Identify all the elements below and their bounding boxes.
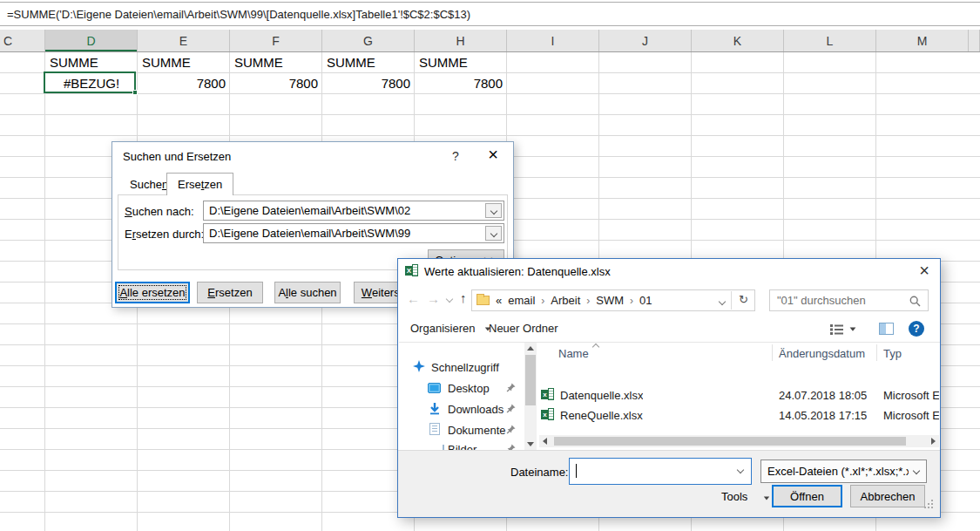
- find-dropdown-button[interactable]: [485, 203, 502, 218]
- breadcrumb-swm[interactable]: SWM: [596, 294, 624, 307]
- column-header-g[interactable]: G: [322, 30, 415, 51]
- close-icon[interactable]: ×: [919, 261, 929, 281]
- update-values-file-dialog: X Werte aktualisieren: Datenquelle.xlsx …: [397, 258, 941, 518]
- filetype-value: Excel-Dateien (*.xl*;*.xlsx;*.xlsm: [767, 465, 909, 478]
- formula-bar[interactable]: =SUMME('D:\Eigene Dateien\email\Arbeit\S…: [0, 2, 980, 26]
- view-list-icon[interactable]: [830, 323, 843, 335]
- search-box[interactable]: "01" durchsuchen: [769, 289, 929, 311]
- scrollbar-thumb[interactable]: [554, 437, 906, 446]
- pin-icon[interactable]: [506, 404, 516, 413]
- recent-locations-icon[interactable]: [446, 296, 453, 303]
- column-header-i[interactable]: I: [507, 30, 599, 51]
- organize-menu[interactable]: Organisieren: [410, 322, 491, 335]
- tools-menu[interactable]: Tools: [721, 490, 770, 503]
- filelist-horizontal-scrollbar[interactable]: [539, 435, 939, 447]
- breadcrumb-arbeit[interactable]: Arbeit: [551, 294, 580, 307]
- view-options-caret-icon[interactable]: [850, 327, 856, 330]
- documents-icon: [429, 423, 440, 435]
- close-icon[interactable]: ×: [483, 145, 503, 165]
- cell-e1[interactable]: SUMME: [138, 52, 230, 73]
- column-header-h[interactable]: H: [415, 30, 507, 51]
- sidebar-item-schnellzugriff[interactable]: Schnellzugriff: [431, 361, 499, 374]
- file-row-renequelle[interactable]: x ReneQuelle.xlsx 14.05.2018 17:15 Micro…: [398, 275, 412, 290]
- chevron-down-icon[interactable]: [913, 467, 920, 474]
- column-header-n-partial[interactable]: [969, 30, 980, 51]
- file-date: 24.07.2018 18:05: [779, 389, 867, 402]
- replace-dropdown-button[interactable]: [485, 226, 502, 241]
- up-icon[interactable]: ↑: [460, 291, 467, 304]
- column-header-m[interactable]: M: [876, 30, 969, 51]
- cell-g2[interactable]: 7800: [322, 73, 415, 94]
- sort-ascending-icon: [592, 344, 599, 351]
- open-button[interactable]: Öffnen: [772, 485, 842, 507]
- sidebar-item-desktop[interactable]: Desktop: [448, 382, 490, 395]
- column-header-j[interactable]: J: [599, 30, 692, 51]
- pin-icon[interactable]: [506, 383, 516, 392]
- column-divider[interactable]: [772, 344, 773, 361]
- sidebar-item-downloads[interactable]: Downloads: [448, 403, 504, 416]
- downloads-icon: [429, 402, 441, 415]
- scroll-right-icon[interactable]: [931, 438, 936, 445]
- file-name[interactable]: ReneQuelle.xlsx: [560, 409, 643, 422]
- file-date: 14.05.2018 17:15: [779, 409, 867, 422]
- new-folder-button[interactable]: Neuer Ordner: [489, 322, 558, 335]
- replace-button[interactable]: Ersetzen: [197, 282, 263, 303]
- replace-input[interactable]: D:\Eigene Dateien\email\Arbeit\SWM\99: [203, 223, 504, 243]
- breadcrumb-separator-icon: ›: [630, 295, 633, 307]
- fill-handle[interactable]: [132, 90, 138, 95]
- file-name[interactable]: Datenquelle.xlsx: [560, 389, 643, 402]
- excel-window: =SUMME('D:\Eigene Dateien\email\Arbeit\S…: [0, 0, 980, 531]
- cell-h2[interactable]: 7800: [415, 73, 507, 94]
- find-field-label: Suchen nach:: [125, 205, 194, 218]
- cell-h1[interactable]: SUMME: [415, 52, 507, 73]
- column-divider[interactable]: [876, 344, 877, 361]
- help-icon[interactable]: ?: [449, 149, 463, 163]
- find-all-button[interactable]: Alle suchen: [274, 282, 341, 303]
- refresh-icon[interactable]: ↻: [739, 293, 748, 306]
- quick-access-star-icon: [413, 360, 425, 372]
- filename-input[interactable]: [569, 458, 752, 485]
- breadcrumb-01[interactable]: 01: [639, 294, 652, 307]
- column-header-d[interactable]: D: [45, 30, 138, 51]
- tab-ersetzen[interactable]: Ersetzen: [166, 173, 233, 195]
- breadcrumb-prefix[interactable]: «: [496, 294, 502, 307]
- sidebar-scrollbar[interactable]: [524, 343, 537, 450]
- resize-grip[interactable]: [931, 500, 933, 501]
- help-icon[interactable]: ?: [909, 321, 924, 337]
- preview-pane-icon[interactable]: [879, 323, 894, 335]
- column-header-l[interactable]: L: [784, 30, 876, 51]
- column-header-f[interactable]: F: [230, 30, 322, 51]
- address-dropdown-icon[interactable]: [719, 298, 726, 305]
- filetype-select[interactable]: Excel-Dateien (*.xl*;*.xlsx;*.xlsm: [760, 460, 927, 483]
- cancel-button[interactable]: Abbrechen: [850, 485, 925, 507]
- cell-f1[interactable]: SUMME: [230, 52, 322, 73]
- list-column-date[interactable]: Änderungsdatum: [779, 347, 865, 360]
- forward-icon[interactable]: →: [427, 292, 440, 305]
- scrollbar-thumb[interactable]: [525, 355, 536, 405]
- cell-g1[interactable]: SUMME: [322, 52, 415, 73]
- chevron-down-icon: [490, 207, 497, 214]
- cell-f2[interactable]: 7800: [230, 73, 322, 94]
- breadcrumb-email[interactable]: email: [508, 294, 535, 307]
- column-header-c[interactable]: C: [0, 30, 45, 51]
- scroll-up-icon[interactable]: [527, 346, 534, 351]
- scroll-left-icon[interactable]: [543, 438, 547, 445]
- caret-down-icon: [764, 497, 769, 500]
- replace-all-button[interactable]: Alle ersetzen: [115, 282, 190, 303]
- address-bar[interactable]: « email › Arbeit › SWM › 01 ↻: [471, 289, 755, 311]
- column-header-k[interactable]: K: [692, 30, 784, 51]
- back-icon[interactable]: ←: [407, 292, 420, 305]
- chevron-down-icon[interactable]: [737, 466, 744, 473]
- column-headers: C D E F G H I J K L M: [0, 30, 980, 52]
- find-input[interactable]: D:\Eigene Dateien\email\Arbeit\SWM\02: [203, 201, 504, 221]
- formula-text: =SUMME('D:\Eigene Dateien\email\Arbeit\S…: [7, 8, 470, 21]
- cell-d1[interactable]: SUMME: [45, 52, 138, 73]
- sidebar-item-dokumente[interactable]: Dokumente: [448, 424, 505, 437]
- column-header-e[interactable]: E: [138, 30, 230, 51]
- list-column-name[interactable]: Name: [558, 347, 589, 360]
- pin-icon[interactable]: [506, 425, 516, 434]
- list-column-type[interactable]: Typ: [883, 347, 902, 360]
- scroll-down-icon[interactable]: [527, 442, 534, 446]
- cell-e2[interactable]: 7800: [138, 73, 230, 94]
- breadcrumb-separator-icon: ›: [541, 295, 544, 307]
